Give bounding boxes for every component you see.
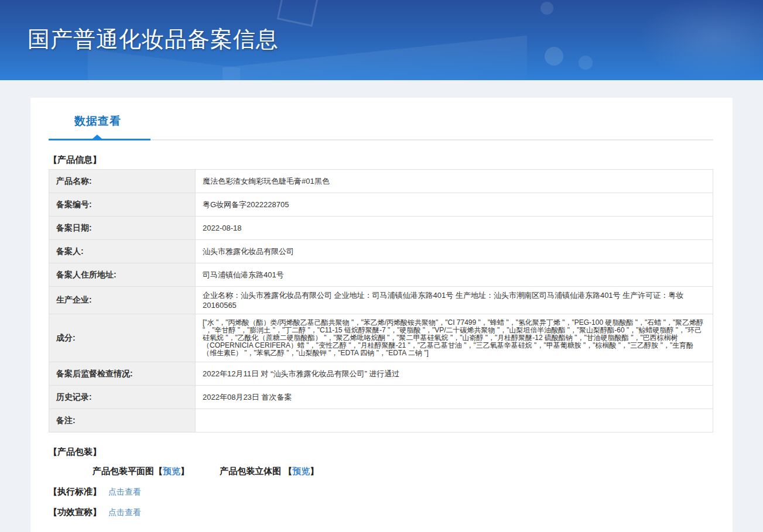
header-decor-square <box>277 0 320 27</box>
table-row: 备案人住所地址: 司马浦镇仙港东路401号 <box>49 263 713 287</box>
table-row: 生产企业: 企业名称：汕头市雅露化妆品有限公司 企业地址：司马浦镇仙港东路401… <box>49 287 713 314</box>
row-value: 2022-08-18 <box>196 217 713 240</box>
page-title: 国产普通化妆品备案信息 <box>28 25 279 54</box>
section-title-product-info: 【产品信息】 <box>49 155 713 166</box>
header-decor-circle-1 <box>540 2 553 15</box>
tab-underline-track <box>150 139 713 140</box>
stereo-preview-link[interactable]: 预览 <box>292 466 310 476</box>
page-header: 国产普通化妆品备案信息 <box>0 0 763 80</box>
table-row: 备案后监督检查情况: 2022年12月11日 对 “汕头市雅露化妆品有限公司” … <box>49 362 713 386</box>
bracket-open: 【 <box>283 466 292 476</box>
row-label: 历史记录: <box>49 386 196 409</box>
table-row: 历史记录: 2022年08月23日 首次备案 <box>49 386 713 409</box>
packaging-links-row: 产品包装平面图【预览】 产品包装立体图 【预览】 <box>49 466 713 477</box>
table-row: 备案日期: 2022-08-18 <box>49 217 713 240</box>
table-row: 产品名称: 魔法色彩渣女绚彩玩色睫毛膏#01黑色 <box>49 170 713 193</box>
table-row: 备注: <box>49 409 713 433</box>
row-label: 备注: <box>49 409 196 433</box>
row-value: 2022年12月11日 对 “汕头市雅露化妆品有限公司” 进行通过 <box>196 362 713 386</box>
row-label: 生产企业: <box>49 287 196 314</box>
section-title-efficacy: 【功效宣称】 <box>49 507 101 518</box>
standard-view-link[interactable]: 点击查看 <box>108 487 141 497</box>
row-label: 备案人: <box>49 240 196 263</box>
flat-preview-link[interactable]: 预览 <box>163 466 180 476</box>
row-value: 司马浦镇仙港东路401号 <box>196 263 713 287</box>
efficacy-view-link[interactable]: 点击查看 <box>108 507 141 518</box>
table-row: 备案编号: 粤G妆网备字2022228705 <box>49 193 713 217</box>
table-row-ingredients: 成分: ["水 "，"丙烯酸（酯）类/丙烯酸乙基己酯共聚物 "，"苯乙烯/丙烯酸… <box>49 314 713 362</box>
row-value: 粤G妆网备字2022228705 <box>196 193 713 217</box>
tab-underline-active <box>49 139 150 140</box>
row-value: 企业名称：汕头市雅露化妆品有限公司 企业地址：司马浦镇仙港东路401号 生产地址… <box>196 287 713 314</box>
table-row: 备案人: 汕头市雅露化妆品有限公司 <box>49 240 713 263</box>
header-decor-circle-3 <box>579 56 593 70</box>
standard-row: 【执行标准】 点击查看 <box>49 486 713 497</box>
header-decor-circle-2 <box>545 47 563 66</box>
section-title-standard: 【执行标准】 <box>49 486 101 497</box>
row-value: 汕头市雅露化妆品有限公司 <box>196 240 713 263</box>
header-decor-ellipse <box>638 0 763 80</box>
row-label: 备案编号: <box>49 193 196 217</box>
tab-underline <box>49 136 713 140</box>
bracket-open: 【 <box>154 466 163 476</box>
section-title-packaging: 【产品包装】 <box>49 447 713 458</box>
row-value: 魔法色彩渣女绚彩玩色睫毛膏#01黑色 <box>196 170 713 193</box>
row-label: 备案日期: <box>49 217 196 240</box>
row-label: 备案人住所地址: <box>49 263 196 287</box>
main-card: 数据查看 【产品信息】 产品名称: 魔法色彩渣女绚彩玩色睫毛膏#01黑色 备案编… <box>30 98 733 532</box>
tab-pointer-triangle <box>93 135 102 139</box>
stereo-image-label: 产品包装立体图 <box>220 466 281 476</box>
row-label: 备案后监督检查情况: <box>49 362 196 386</box>
product-info-table: 产品名称: 魔法色彩渣女绚彩玩色睫毛膏#01黑色 备案编号: 粤G妆网备字202… <box>49 169 713 433</box>
row-value <box>196 409 713 433</box>
row-value: ["水 "，"丙烯酸（酯）类/丙烯酸乙基己酯共聚物 "，"苯乙烯/丙烯酸铵共聚物… <box>196 314 713 362</box>
row-value: 2022年08月23日 首次备案 <box>196 386 713 409</box>
bracket-close: 】 <box>180 466 189 476</box>
efficacy-row: 【功效宣称】 点击查看 <box>49 507 713 518</box>
row-label: 成分: <box>49 314 196 362</box>
bracket-close: 】 <box>310 466 319 476</box>
row-label: 产品名称: <box>49 170 196 193</box>
flat-image-label: 产品包装平面图 <box>93 466 154 476</box>
tab-data-view[interactable]: 数据查看 <box>74 114 121 129</box>
